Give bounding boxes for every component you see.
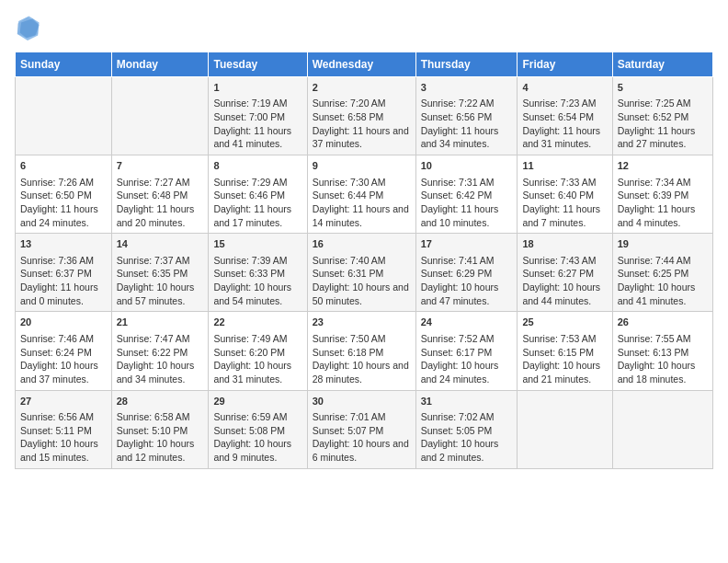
calendar-cell: 24Sunrise: 7:52 AMSunset: 6:17 PMDayligh… [415, 312, 518, 390]
page-header [15, 15, 713, 40]
day-header-saturday: Saturday [612, 52, 712, 77]
day-info: Daylight: 10 hours and 31 minutes. [213, 359, 301, 385]
day-info: Daylight: 11 hours and 37 minutes. [313, 124, 411, 151]
day-number: 12 [618, 159, 708, 173]
day-info: Sunrise: 7:23 AM [522, 97, 607, 110]
day-info: Daylight: 10 hours and 24 minutes. [421, 359, 513, 385]
day-info: Sunrise: 7:33 AM [522, 176, 607, 190]
calendar-cell: 28Sunrise: 6:58 AMSunset: 5:10 PMDayligh… [111, 390, 209, 468]
day-info: Sunset: 5:11 PM [20, 424, 107, 438]
day-number: 8 [213, 159, 301, 173]
day-info: Daylight: 11 hours and 4 minutes. [618, 202, 708, 229]
day-number: 30 [313, 395, 411, 408]
day-number: 19 [618, 237, 708, 251]
day-info: Sunset: 5:05 PM [421, 424, 513, 438]
day-info: Sunset: 5:10 PM [117, 424, 204, 438]
day-number: 9 [313, 159, 411, 173]
day-info: Sunrise: 7:29 AM [213, 176, 301, 190]
calendar-cell: 3Sunrise: 7:22 AMSunset: 6:56 PMDaylight… [415, 77, 518, 155]
day-info: Sunset: 6:25 PM [618, 267, 708, 281]
day-info: Daylight: 10 hours and 50 minutes. [313, 281, 411, 307]
day-header-sunday: Sunday [16, 52, 112, 77]
calendar-cell: 19Sunrise: 7:44 AMSunset: 6:25 PMDayligh… [612, 234, 712, 312]
day-info: Sunrise: 7:39 AM [213, 254, 301, 268]
day-number: 15 [213, 237, 301, 251]
day-info: Daylight: 11 hours and 17 minutes. [213, 202, 301, 229]
day-number: 29 [213, 395, 301, 408]
day-number: 18 [522, 237, 607, 251]
day-info: Daylight: 11 hours and 24 minutes. [20, 202, 107, 229]
day-info: Sunrise: 7:34 AM [618, 176, 708, 190]
day-number: 6 [20, 159, 107, 173]
day-info: Sunrise: 7:53 AM [522, 332, 607, 346]
day-info: Sunset: 6:29 PM [421, 267, 513, 281]
day-info: Sunset: 6:50 PM [20, 189, 107, 202]
day-number: 2 [313, 81, 411, 95]
day-info: Sunrise: 7:19 AM [213, 97, 301, 110]
day-info: Sunrise: 7:41 AM [421, 254, 513, 268]
day-info: Sunset: 6:24 PM [20, 346, 107, 360]
week-row-4: 20Sunrise: 7:46 AMSunset: 6:24 PMDayligh… [16, 312, 713, 390]
day-number: 20 [20, 316, 107, 329]
day-number: 7 [117, 159, 204, 173]
calendar-cell: 14Sunrise: 7:37 AMSunset: 6:35 PMDayligh… [111, 234, 209, 312]
day-info: Daylight: 11 hours and 31 minutes. [522, 124, 607, 151]
day-info: Sunrise: 7:20 AM [313, 97, 411, 110]
calendar-cell: 26Sunrise: 7:55 AMSunset: 6:13 PMDayligh… [612, 312, 712, 390]
calendar-cell: 16Sunrise: 7:40 AMSunset: 6:31 PMDayligh… [307, 234, 415, 312]
day-info: Daylight: 10 hours and 54 minutes. [213, 281, 301, 307]
day-info: Sunrise: 7:26 AM [20, 176, 107, 190]
calendar-cell: 6Sunrise: 7:26 AMSunset: 6:50 PMDaylight… [16, 155, 112, 234]
calendar-cell: 31Sunrise: 7:02 AMSunset: 5:05 PMDayligh… [415, 390, 518, 468]
day-info: Daylight: 11 hours and 7 minutes. [522, 202, 607, 229]
day-number: 23 [313, 316, 411, 329]
week-row-3: 13Sunrise: 7:36 AMSunset: 6:37 PMDayligh… [16, 234, 713, 312]
day-info: Sunrise: 7:49 AM [213, 332, 301, 346]
calendar-cell: 18Sunrise: 7:43 AMSunset: 6:27 PMDayligh… [518, 234, 612, 312]
day-info: Sunrise: 7:30 AM [313, 176, 411, 190]
day-number: 10 [421, 159, 513, 173]
day-header-tuesday: Tuesday [209, 52, 307, 77]
day-number: 1 [213, 81, 301, 95]
day-number: 24 [421, 316, 513, 329]
day-number: 16 [313, 237, 411, 251]
day-info: Sunset: 6:27 PM [522, 267, 607, 281]
day-info: Daylight: 11 hours and 20 minutes. [117, 202, 204, 229]
day-info: Sunrise: 7:55 AM [618, 332, 708, 346]
day-info: Sunset: 6:22 PM [117, 346, 204, 360]
day-number: 14 [117, 237, 204, 251]
calendar-cell: 17Sunrise: 7:41 AMSunset: 6:29 PMDayligh… [415, 234, 518, 312]
day-info: Daylight: 10 hours and 34 minutes. [117, 359, 204, 385]
day-info: Sunrise: 7:31 AM [421, 176, 513, 190]
day-info: Sunset: 6:20 PM [213, 346, 301, 360]
day-number: 17 [421, 237, 513, 251]
day-info: Daylight: 10 hours and 12 minutes. [117, 437, 204, 464]
day-info: Sunrise: 6:58 AM [117, 410, 204, 424]
day-info: Daylight: 10 hours and 15 minutes. [20, 437, 107, 464]
day-number: 21 [117, 316, 204, 329]
day-info: Sunset: 6:35 PM [117, 267, 204, 281]
calendar-body: 1Sunrise: 7:19 AMSunset: 7:00 PMDaylight… [16, 77, 713, 469]
svg-marker-2 [17, 16, 40, 40]
calendar-cell: 1Sunrise: 7:19 AMSunset: 7:00 PMDaylight… [209, 77, 307, 155]
calendar-cell: 8Sunrise: 7:29 AMSunset: 6:46 PMDaylight… [209, 155, 307, 234]
day-info: Daylight: 10 hours and 41 minutes. [618, 281, 708, 307]
calendar-cell [518, 390, 612, 468]
calendar-cell: 9Sunrise: 7:30 AMSunset: 6:44 PMDaylight… [307, 155, 415, 234]
day-info: Daylight: 10 hours and 28 minutes. [313, 359, 411, 385]
day-info: Sunrise: 7:36 AM [20, 254, 107, 268]
day-number: 13 [20, 237, 107, 251]
calendar-cell: 7Sunrise: 7:27 AMSunset: 6:48 PMDaylight… [111, 155, 209, 234]
week-row-1: 1Sunrise: 7:19 AMSunset: 7:00 PMDaylight… [16, 77, 713, 155]
day-number: 3 [421, 81, 513, 95]
day-number: 28 [117, 395, 204, 408]
week-row-2: 6Sunrise: 7:26 AMSunset: 6:50 PMDaylight… [16, 155, 713, 234]
day-number: 5 [618, 81, 708, 95]
day-info: Sunrise: 7:47 AM [117, 332, 204, 346]
day-info: Sunset: 6:46 PM [213, 189, 301, 202]
header-row: SundayMondayTuesdayWednesdayThursdayFrid… [16, 52, 713, 77]
calendar-cell: 20Sunrise: 7:46 AMSunset: 6:24 PMDayligh… [16, 312, 112, 390]
day-number: 26 [618, 316, 708, 329]
day-info: Daylight: 10 hours and 37 minutes. [20, 359, 107, 385]
day-number: 27 [20, 395, 107, 408]
